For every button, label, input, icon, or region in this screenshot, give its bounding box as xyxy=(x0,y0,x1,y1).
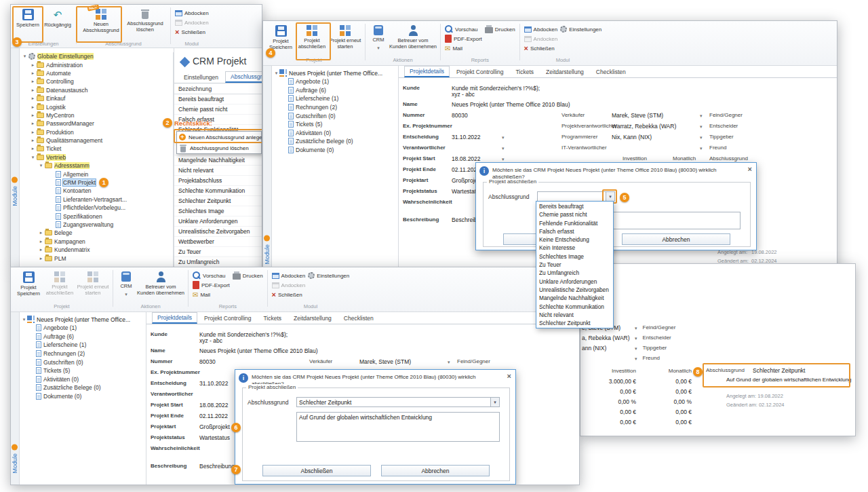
crm-dropdown-button[interactable]: CRM xyxy=(368,22,389,56)
project-tab[interactable]: Checklisten xyxy=(338,313,379,324)
chevron-down-icon[interactable] xyxy=(700,134,703,140)
reason-row[interactable]: Bereits beauftragt xyxy=(174,94,262,105)
new-reason-button[interactable]: NEU Neuen Abschlussgrund xyxy=(79,6,123,40)
tree-item[interactable]: ▸ Kampagnen xyxy=(20,238,173,246)
expand-arrow-icon[interactable]: ▾ xyxy=(22,54,28,59)
project-tree-root[interactable]: Neues Projekt (unter Theme Office... xyxy=(20,315,146,324)
reason-dropdown-item[interactable]: Falsch erfasst xyxy=(536,227,613,235)
projekt-start-value[interactable]: 18.08.2022 xyxy=(199,402,229,409)
reason-row[interactable]: Schlechtes Image xyxy=(174,206,262,216)
settings-tab[interactable]: Einstellungen xyxy=(178,72,224,83)
abschlussgrund-value[interactable]: Schlechter Zeitpunkt xyxy=(753,367,805,374)
close-module-button[interactable]: Schließen xyxy=(175,28,209,36)
tree-item[interactable]: ▸ Logistik xyxy=(20,102,173,111)
reason-row[interactable]: Chemie passt nicht xyxy=(174,105,262,115)
tree-item[interactable]: ▸ Datenaustausch xyxy=(20,86,173,94)
tree-item[interactable]: ▸ Controlling xyxy=(20,77,173,86)
expand-arrow-icon[interactable]: ▸ xyxy=(38,247,44,252)
project-save-button[interactable]: Projekt Speichern xyxy=(14,269,43,303)
expand-arrow-icon[interactable]: ▸ xyxy=(30,62,36,68)
tree-item[interactable]: ▸ PLM xyxy=(20,254,173,262)
tree-item[interactable]: ▸ Produktion xyxy=(20,128,173,136)
undo-button[interactable]: Rückgängig xyxy=(42,6,73,40)
project-tree-item[interactable]: Lieferscheine (1) xyxy=(20,341,146,349)
reason-dropdown-item[interactable]: Fehlende Funktionalität xyxy=(536,219,613,227)
reason-row[interactable]: Zu Teuer xyxy=(174,247,262,257)
save-button[interactable]: Speichern xyxy=(14,6,42,40)
tree-item[interactable]: ▸ Administration xyxy=(20,60,173,69)
settings-tab[interactable]: Abschlussgründe xyxy=(225,71,262,83)
tree-item[interactable]: ▾ Globale Einstellungen xyxy=(20,52,173,60)
dialog-close-button[interactable]: × xyxy=(748,165,752,173)
project-tab[interactable]: Projektdetails xyxy=(404,66,450,77)
tree-item[interactable]: ▸ MyCentron xyxy=(20,111,173,119)
project-tree-item[interactable]: Tickets (5) xyxy=(20,366,146,375)
chevron-down-icon[interactable] xyxy=(502,145,505,151)
tree-item[interactable]: ▸ Qualitätsmanagement xyxy=(20,136,173,145)
project-tab[interactable]: Tickets xyxy=(258,313,287,324)
project-tree-item[interactable]: Aufträge (6) xyxy=(20,333,146,341)
expand-arrow-icon[interactable]: ▸ xyxy=(30,79,36,84)
preview-button[interactable]: Vorschau xyxy=(193,271,230,280)
mail-button[interactable]: Mail xyxy=(445,44,482,52)
project-tab[interactable]: Tickets xyxy=(510,67,539,77)
name-value[interactable]: Neues Projekt (unter Theme Office 2010 B… xyxy=(452,101,570,108)
tree-item[interactable]: Pflichtfelder/Vorbelegu... xyxy=(20,204,173,212)
project-tab[interactable]: Projekt Controlling xyxy=(199,313,256,324)
expand-arrow-icon[interactable]: ▸ xyxy=(30,130,36,135)
entscheidung-value[interactable]: 31.10.2022 xyxy=(199,380,229,387)
reason-row[interactable]: Zu Umfangreich xyxy=(174,257,262,267)
undock-button[interactable]: Abdocken xyxy=(524,25,558,33)
expand-arrow-icon[interactable]: ▾ xyxy=(30,155,36,160)
reason-dropdown-item[interactable]: Zu Teuer xyxy=(536,261,613,269)
reason-dropdown-item[interactable]: Schlechte Kommunikation xyxy=(536,303,613,311)
project-close-button[interactable]: Projekt abschließen xyxy=(296,22,328,56)
confirm-close-button[interactable]: Abschließen xyxy=(262,465,371,476)
tree-item[interactable]: ▸ Automate xyxy=(20,69,173,77)
project-tab[interactable]: Projekt Controlling xyxy=(451,67,509,77)
reason-row[interactable]: Nicht relevant xyxy=(174,166,262,176)
tree-item[interactable]: ▾ Adressstamm xyxy=(20,162,173,170)
chevron-down-icon[interactable] xyxy=(700,145,703,151)
nummer-value[interactable]: 80030 xyxy=(452,112,468,119)
combo-arrow-icon[interactable] xyxy=(606,192,614,201)
project-tab[interactable]: Zeitdarstellung xyxy=(288,313,337,324)
module-tab[interactable]: Module xyxy=(12,177,18,206)
project-tree-item[interactable]: Aufträge (6) xyxy=(272,86,398,95)
chevron-down-icon[interactable] xyxy=(635,355,637,362)
chevron-down-icon[interactable] xyxy=(635,324,637,331)
combo-arrow-icon[interactable] xyxy=(490,398,499,406)
project-tree-item[interactable]: Aktivitäten (0) xyxy=(20,375,146,384)
verkaeufer-value[interactable]: Marek, Steve (STM) xyxy=(612,112,663,119)
module-tab[interactable]: Module xyxy=(264,235,271,265)
investition-value[interactable]: 3.000,00 € xyxy=(586,378,636,385)
reason-row[interactable]: Projektabschluss xyxy=(174,176,262,186)
print-button[interactable]: Drucken xyxy=(485,25,515,33)
pdf-export-button[interactable]: PDF-Export xyxy=(445,35,482,43)
projekt-ende-value[interactable]: 02.11.2022 xyxy=(199,413,228,419)
reason-dropdown-item[interactable]: Schlechtes Image xyxy=(536,252,613,261)
project-tree-item[interactable]: Angebote (1) xyxy=(20,324,146,333)
tree-item[interactable]: Allgemein xyxy=(20,170,173,178)
kunde-value2[interactable]: xyz - abc xyxy=(452,91,475,98)
reason-dropdown-item[interactable]: Zu Umfangreich xyxy=(536,269,613,277)
project-tree-item[interactable]: Rechnungen (2) xyxy=(272,103,398,112)
investition-value[interactable]: 0,00 % xyxy=(586,398,636,405)
chevron-down-icon[interactable] xyxy=(502,134,505,140)
takeover-button[interactable]: Betreuer vom Kunden übernehmen xyxy=(389,22,437,56)
investition-value[interactable]: 0,00 € xyxy=(586,409,636,415)
crm-dropdown-button[interactable]: CRM xyxy=(116,269,136,303)
project-tree-item[interactable]: Gutschriften (0) xyxy=(20,358,146,366)
chevron-down-icon[interactable] xyxy=(635,335,637,341)
tree-item[interactable]: CRM Projekt 1 xyxy=(20,178,173,187)
tree-item[interactable]: Zugangsverwaltung xyxy=(20,221,173,229)
reason-dropdown-item[interactable]: Unklare Anforderungen xyxy=(536,278,613,286)
dialog-close-button[interactable]: × xyxy=(507,372,511,380)
pdf-export-button[interactable]: PDF-Export xyxy=(193,281,230,289)
context-menu-new-item[interactable]: Neuen Abschlussgrund anlegen xyxy=(177,132,261,143)
monatlich-value[interactable]: 0,00 € xyxy=(636,378,692,385)
project-tree-item[interactable]: Tickets (5) xyxy=(272,120,398,129)
context-menu-delete-item[interactable]: Abschlussgrund löschen xyxy=(177,143,261,153)
entscheidung-value[interactable]: 31.10.2022 xyxy=(452,134,481,140)
settings-button[interactable]: Einstellungen xyxy=(560,25,601,33)
